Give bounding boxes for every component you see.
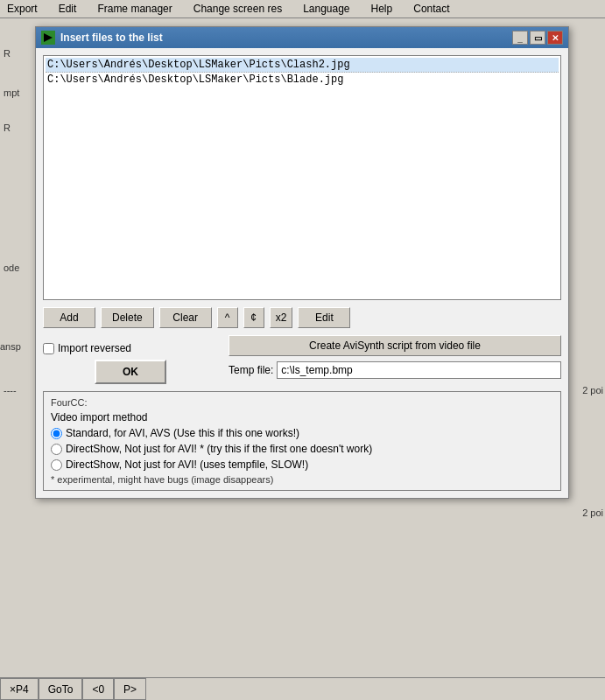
side-label-r1: R [4, 48, 11, 59]
temp-file-input[interactable] [277, 361, 561, 379]
left-controls: Import reversed OK [43, 335, 218, 384]
menu-frame-manager[interactable]: Frame manager [94, 2, 175, 16]
radio-option-3: DirectShow, Not just for AVI! (uses temp… [51, 458, 553, 471]
lower-section: Import reversed OK Create AviSynth scrip… [43, 335, 561, 384]
ok-button[interactable]: OK [95, 360, 166, 384]
radio-directshow1-label: DirectShow, Not just for AVI! * (try thi… [66, 443, 372, 455]
tab-goto[interactable]: GoTo [39, 678, 83, 700]
x2-button[interactable]: x2 [270, 307, 293, 328]
import-reversed-checkbox[interactable] [43, 343, 54, 354]
clear-button[interactable]: Clear [159, 307, 212, 328]
dialog-titlebar: Insert files to the list _ ▭ ✕ [36, 27, 568, 48]
right-controls: Create AviSynth script from video file T… [229, 335, 561, 384]
menu-edit[interactable]: Edit [55, 2, 81, 16]
side-label-poi1: 2 poi [582, 385, 603, 396]
radio-directshow2[interactable] [51, 459, 62, 471]
import-reversed-label: Import reversed [58, 342, 131, 354]
side-label-r2: R [4, 122, 11, 133]
dialog-content: C:\Users\Andrés\Desktop\LSMaker\Picts\Cl… [36, 48, 568, 498]
tab-less-zero[interactable]: <0 [82, 678, 114, 700]
ok-wrapper: OK [43, 360, 218, 384]
menu-help[interactable]: Help [368, 2, 397, 16]
side-label-ode: ode [4, 262, 19, 273]
delete-button[interactable]: Delete [101, 307, 154, 328]
insert-files-dialog: Insert files to the list _ ▭ ✕ C:\Users\… [35, 26, 569, 499]
file-list[interactable]: C:\Users\Andrés\Desktop\LSMaker\Picts\Cl… [43, 55, 561, 300]
menu-change-screen-res[interactable]: Change screen res [190, 2, 285, 16]
video-import-section: Video import method Standard, for AVI, A… [51, 411, 553, 485]
menu-contact[interactable]: Contact [410, 2, 453, 16]
file-list-item[interactable]: C:\Users\Andrés\Desktop\LSMaker\Picts\Cl… [46, 58, 559, 73]
menu-export[interactable]: Export [4, 2, 41, 16]
center-button[interactable]: ¢ [243, 307, 264, 328]
fourcc-section: FourCC: Video import method Standard, fo… [43, 391, 561, 491]
side-label-transp: ansp [0, 341, 21, 352]
file-list-item[interactable]: C:\Users\Andrés\Desktop\LSMaker\Picts\Bl… [46, 73, 559, 87]
radio-standard-label: Standard, for AVI, AVS (Use this if this… [66, 427, 299, 439]
menu-language[interactable]: Language [299, 2, 353, 16]
temp-file-label: Temp file: [229, 364, 273, 376]
side-label-poi2: 2 poi [582, 508, 603, 518]
menu-bar[interactable]: Export Edit Frame manager Change screen … [0, 0, 605, 18]
radio-directshow1[interactable] [51, 444, 62, 455]
radio-option-1: Standard, for AVI, AVS (Use this if this… [51, 427, 553, 439]
up-button[interactable]: ^ [217, 307, 238, 328]
create-avisynth-button[interactable]: Create AviSynth script from video file [229, 335, 561, 356]
side-label-empty: mpt [4, 88, 19, 98]
experimental-note: * experimental, might have bugs (image d… [51, 474, 553, 485]
restore-button[interactable]: ▭ [530, 31, 545, 45]
radio-option-2: DirectShow, Not just for AVI! * (try thi… [51, 443, 553, 455]
fourcc-title: FourCC: [51, 397, 553, 408]
tab-p-greater[interactable]: P> [114, 678, 146, 700]
edit-button[interactable]: Edit [298, 307, 350, 328]
import-reversed-row: Import reversed [43, 342, 218, 354]
temp-file-row: Temp file: [229, 361, 561, 379]
dialog-title: Insert files to the list [60, 32, 163, 44]
radio-directshow2-label: DirectShow, Not just for AVI! (uses temp… [66, 458, 308, 471]
close-button[interactable]: ✕ [547, 31, 563, 45]
titlebar-buttons[interactable]: _ ▭ ✕ [512, 31, 563, 45]
add-button[interactable]: Add [43, 307, 95, 328]
title-left: Insert files to the list [41, 31, 163, 45]
minimize-button[interactable]: _ [512, 31, 528, 45]
side-label-dashes: ---- [4, 385, 17, 396]
bottom-bar: ×P4 GoTo <0 P> [0, 677, 605, 700]
main-button-row: Add Delete Clear ^ ¢ x2 Edit [43, 307, 561, 328]
dialog-icon [41, 31, 55, 45]
tab-xp4[interactable]: ×P4 [0, 678, 39, 700]
video-import-title: Video import method [51, 411, 553, 424]
radio-standard[interactable] [51, 428, 62, 439]
